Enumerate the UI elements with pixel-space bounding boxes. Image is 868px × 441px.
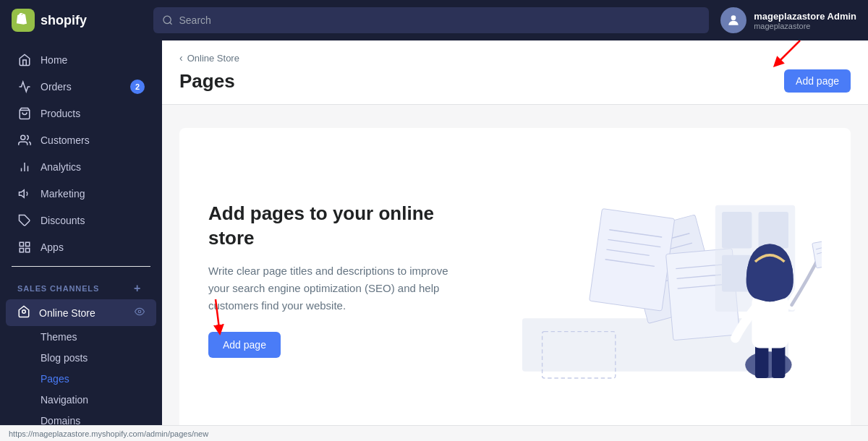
- online-store-icon: [17, 305, 30, 320]
- sidebar-item-home-label: Home: [41, 54, 67, 66]
- sidebar-item-online-store[interactable]: Online Store: [6, 299, 156, 326]
- sidebar-nav: Home Orders 2 Products: [0, 40, 162, 441]
- illustration-svg: [489, 163, 822, 394]
- svg-rect-43: [755, 345, 768, 378]
- topbar: shopify mageplazastore Admin mageplazast…: [0, 0, 868, 40]
- search-input[interactable]: [179, 14, 701, 26]
- breadcrumb-label: Online Store: [187, 53, 239, 64]
- online-store-label: Online Store: [39, 307, 95, 319]
- empty-state-text: Add pages to your online store Write cle…: [208, 202, 454, 358]
- svg-point-0: [163, 16, 171, 23]
- main-layout: Home Orders 2 Products: [0, 40, 868, 441]
- discounts-icon: [17, 213, 32, 228]
- sidebar-item-customers-label: Customers: [41, 134, 90, 146]
- sales-channels-label: Sales Channels: [17, 284, 99, 293]
- svg-rect-44: [772, 345, 785, 378]
- user-info[interactable]: mageplazastore Admin mageplazastore: [720, 7, 856, 33]
- analytics-icon: [17, 160, 32, 174]
- status-url: https://mageplazastore.myshopify.com/adm…: [162, 429, 208, 438]
- user-text: mageplazastore Admin mageplazastore: [754, 11, 856, 30]
- sidebar-item-products[interactable]: Products: [6, 100, 156, 127]
- sidebar-item-apps-label: Apps: [41, 241, 64, 253]
- sales-channels-section: Sales Channels +: [0, 273, 162, 299]
- empty-state-title: Add pages to your online store: [208, 202, 454, 251]
- svg-rect-9: [20, 242, 23, 246]
- sidebar-subitem-themes-label: Themes: [41, 331, 77, 343]
- sidebar-item-apps[interactable]: Apps: [6, 234, 156, 260]
- content-header: ‹ Online Store Pages Add page: [162, 40, 868, 105]
- sidebar-subitem-blog-posts[interactable]: Blog posts: [6, 348, 156, 368]
- sidebar: Home Orders 2 Products: [0, 40, 162, 441]
- sidebar-item-marketing[interactable]: Marketing: [6, 181, 156, 207]
- orders-icon: [17, 80, 32, 94]
- add-sales-channel-btn[interactable]: +: [130, 281, 145, 296]
- svg-rect-45: [752, 295, 788, 348]
- home-icon: [17, 53, 32, 67]
- sidebar-item-discounts-label: Discounts: [41, 215, 85, 226]
- products-icon: [17, 106, 32, 121]
- add-page-main-button[interactable]: Add page: [208, 332, 281, 358]
- add-page-header-button[interactable]: Add page: [784, 69, 851, 93]
- svg-point-3: [21, 135, 25, 140]
- avatar: [720, 7, 746, 33]
- search-bar[interactable]: [153, 7, 709, 33]
- sidebar-item-analytics[interactable]: Analytics: [6, 154, 156, 180]
- sidebar-item-home[interactable]: Home: [6, 47, 156, 73]
- back-icon: ‹: [179, 52, 183, 64]
- svg-rect-27: [590, 209, 675, 312]
- marketing-icon: [17, 187, 32, 201]
- orders-badge: 2: [130, 80, 145, 94]
- add-page-btn-container: Add page: [208, 332, 281, 358]
- sidebar-subitem-themes[interactable]: Themes: [6, 327, 156, 347]
- sidebar-item-orders-label: Orders: [41, 81, 72, 93]
- sidebar-subitem-navigation[interactable]: Navigation: [6, 390, 156, 410]
- svg-rect-39: [759, 212, 788, 249]
- sidebar-item-orders[interactable]: Orders 2: [6, 74, 156, 100]
- eye-icon[interactable]: [135, 307, 145, 319]
- page-title: Pages: [179, 70, 235, 93]
- sidebar-divider: [12, 266, 150, 267]
- svg-rect-38: [722, 212, 752, 249]
- main-content: Add pages to your online store Write cle…: [162, 105, 868, 441]
- logo-text: shopify: [41, 13, 87, 28]
- content-area: ‹ Online Store Pages Add page: [162, 40, 868, 441]
- breadcrumb[interactable]: ‹ Online Store: [179, 52, 851, 64]
- apps-icon: [17, 240, 32, 254]
- sidebar-subitem-navigation-label: Navigation: [41, 394, 88, 406]
- empty-state-desc: Write clear page titles and descriptions…: [208, 262, 454, 314]
- user-store: mageplazastore: [754, 22, 856, 30]
- svg-point-14: [138, 310, 141, 313]
- sidebar-subitem-pages[interactable]: Pages: [6, 369, 156, 389]
- customers-icon: [17, 133, 32, 147]
- status-bar: https://mageplazastore.myshopify.com/adm…: [162, 425, 868, 441]
- shopify-logo[interactable]: shopify: [12, 9, 142, 32]
- sidebar-subitem-blog-posts-label: Blog posts: [41, 352, 88, 364]
- sidebar-item-customers[interactable]: Customers: [6, 127, 156, 153]
- sidebar-item-products-label: Products: [41, 108, 80, 119]
- add-page-container: Add page: [784, 69, 851, 93]
- empty-state: Add pages to your online store Write cle…: [179, 128, 851, 432]
- svg-rect-10: [26, 242, 30, 246]
- page-header-row: Pages Add page: [179, 69, 851, 104]
- sidebar-item-discounts[interactable]: Discounts: [6, 207, 156, 234]
- sidebar-item-marketing-label: Marketing: [41, 188, 85, 200]
- sidebar-subitem-pages-label: Pages: [41, 373, 69, 385]
- sidebar-item-analytics-label: Analytics: [41, 161, 81, 173]
- svg-point-1: [731, 15, 736, 20]
- shopify-logo-icon: [12, 9, 35, 32]
- svg-point-13: [22, 310, 26, 314]
- illustration: [489, 163, 822, 397]
- user-name: mageplazastore Admin: [754, 11, 856, 22]
- search-icon: [162, 14, 174, 26]
- svg-rect-12: [20, 249, 23, 252]
- svg-marker-7: [20, 190, 25, 198]
- svg-rect-11: [26, 249, 30, 252]
